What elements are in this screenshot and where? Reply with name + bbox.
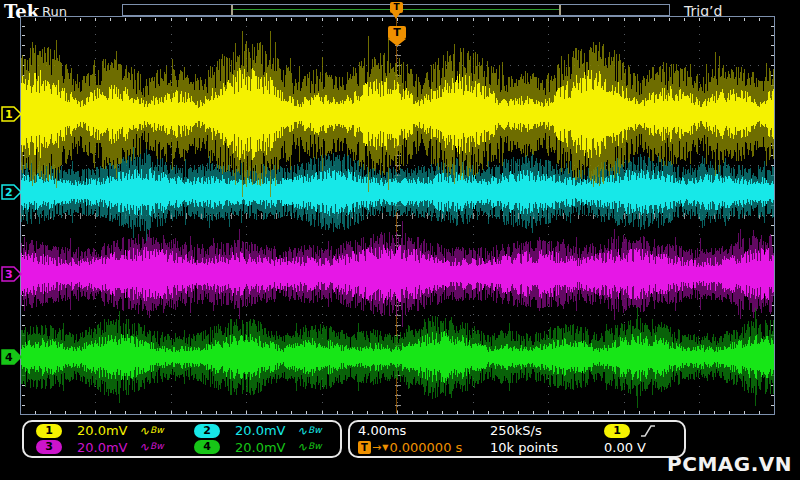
channel-4-scale: 20.0mV	[235, 440, 297, 455]
bandwidth-limit-icon: Bw	[150, 441, 164, 451]
trigger-position-bar-icon: T	[390, 2, 403, 13]
record-length: 10k points	[490, 440, 600, 455]
channel-3-badge: 3	[36, 440, 62, 454]
channel-3-readout: 3 20.0mV ∿ Bw	[24, 440, 182, 455]
ac-coupling-icon: ∿	[297, 440, 307, 454]
channel-2-readout: 2 20.0mV ∿ Bw	[182, 423, 340, 438]
channel-4-coupling-bw-icon: ∿ Bw	[297, 440, 322, 454]
bandwidth-limit-icon: Bw	[150, 425, 164, 435]
channel-1-badge: 1	[36, 424, 62, 438]
trigger-position-flag: T	[388, 26, 406, 46]
channel-3-marker-label: 3	[5, 268, 13, 281]
channel-1-marker: 1	[1, 106, 23, 122]
trigger-level: 0.00 V	[600, 440, 646, 455]
record-view-bracket-right	[559, 5, 561, 15]
channel-2-badge: 2	[194, 424, 220, 438]
channel-1-scale: 20.0mV	[77, 423, 139, 438]
pcmag-watermark: PCMAG.VN	[667, 452, 792, 476]
rising-edge-icon	[640, 424, 656, 438]
channel-3-marker: 3	[1, 266, 23, 282]
channel-2-marker-label: 2	[5, 186, 13, 199]
channel-2-coupling-bw-icon: ∿ Bw	[297, 424, 322, 438]
channel-4-marker-label: 4	[5, 351, 13, 364]
ac-coupling-icon: ∿	[139, 440, 149, 454]
horizontal-scale: 4.00ms	[350, 423, 490, 438]
trigger-position-arrow-icon	[392, 13, 400, 19]
channel-2-scale: 20.0mV	[235, 423, 297, 438]
ac-coupling-icon: ∿	[297, 424, 307, 438]
trigger-t-icon: T	[388, 26, 406, 39]
channel-1-marker-label: 1	[5, 108, 13, 121]
channel-4-marker-selected: 4	[1, 349, 23, 365]
bandwidth-limit-icon: Bw	[308, 441, 322, 451]
channel-1-coupling-bw-icon: ∿ Bw	[139, 424, 164, 438]
trigger-t-icon: T	[358, 441, 371, 454]
vertical-readout-box: 1 20.0mV ∿ Bw 2 20.0mV ∿ Bw 3 20.0mV	[22, 420, 342, 458]
channel-1-readout: 1 20.0mV ∿ Bw	[24, 423, 182, 438]
bandwidth-limit-icon: Bw	[308, 425, 322, 435]
channel-4-readout: 4 20.0mV ∿ Bw	[182, 440, 340, 455]
horizontal-trigger-readout-box: 4.00ms 250kS/s 1 T → ▼ 0.000000 s 10k po…	[348, 420, 686, 458]
arrow-right-icon: →	[372, 441, 381, 454]
waveform-display	[20, 16, 775, 415]
oscilloscope-screen: Tek Run T Trig’d T 1 2 3 4 1 20.0mV	[0, 0, 800, 480]
ac-coupling-icon: ∿	[139, 424, 149, 438]
sample-rate: 250kS/s	[490, 423, 600, 438]
channel-3-scale: 20.0mV	[77, 440, 139, 455]
channel-2-marker: 2	[1, 184, 23, 200]
trigger-flag-tip-icon	[388, 39, 406, 46]
channel-4-badge: 4	[194, 440, 220, 454]
channel-3-coupling-bw-icon: ∿ Bw	[139, 440, 164, 454]
arrow-down-icon: ▼	[382, 443, 388, 452]
trigger-offset: 0.000000 s	[389, 440, 462, 455]
record-view-bracket-left	[231, 5, 233, 15]
trigger-source-badge: 1	[604, 424, 630, 438]
